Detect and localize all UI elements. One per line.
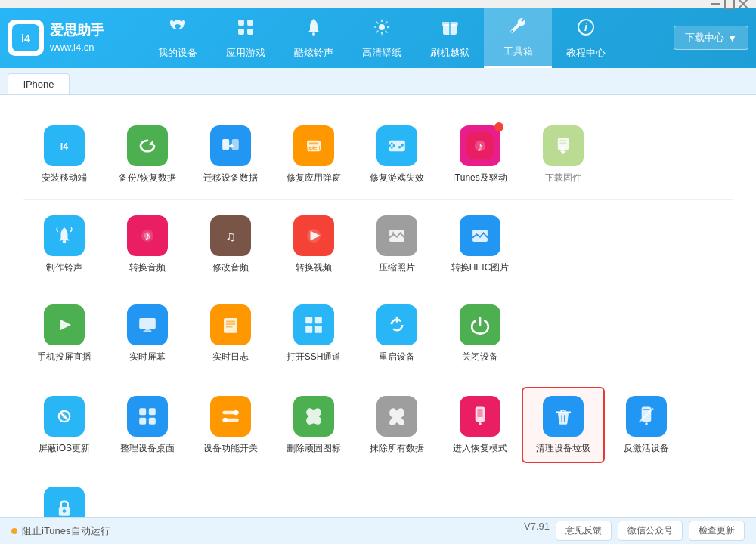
nav-item-ringtone-label: 酷炫铃声 — [294, 46, 333, 60]
main-content: i4 安装移动端 备份/恢复数据 迁移设备数据 Apple ID 修复应用弹窗 — [0, 95, 756, 517]
logo-text: 爱思助手 www.i4.cn — [50, 21, 104, 54]
compress-photo-icon — [376, 215, 417, 256]
svg-text:♫: ♫ — [225, 229, 236, 244]
svg-point-10 — [312, 32, 315, 36]
svg-rect-87 — [149, 418, 156, 425]
tool-clean-junk-label: 清理设备垃圾 — [536, 443, 590, 455]
box-icon — [439, 17, 460, 43]
tool-ssh-tunnel-label: 打开SSH通道 — [287, 351, 342, 363]
svg-text:Apple ID: Apple ID — [303, 144, 324, 151]
tool-install-mobile[interactable]: i4 安装移动端 — [23, 118, 106, 192]
svg-text:♪: ♪ — [477, 139, 484, 154]
tool-organize-desktop[interactable]: 整理设备桌面 — [106, 387, 189, 464]
svg-rect-34 — [393, 144, 395, 147]
tool-deactivate-device[interactable]: 反激活设备 — [605, 387, 688, 464]
download-arrow-icon: ▼ — [727, 32, 737, 44]
tool-clean-junk[interactable]: 清理设备垃圾 — [522, 387, 605, 464]
tool-block-ios-update[interactable]: 屏蔽iOS更新 — [23, 387, 106, 464]
svg-rect-43 — [560, 143, 567, 144]
svg-point-82 — [62, 414, 66, 418]
backup-restore-icon — [127, 125, 168, 166]
svg-rect-32 — [391, 147, 393, 149]
tool-convert-audio[interactable]: ♪ 转换音频 — [106, 208, 189, 282]
svg-text:♪: ♪ — [144, 229, 150, 243]
tool-delete-stubborn-icon[interactable]: 删除顽固图标 — [272, 387, 355, 464]
svg-point-106 — [645, 422, 648, 425]
tool-convert-heic-label: 转换HEIC图片 — [451, 262, 510, 274]
tool-shutdown-device[interactable]: 关闭设备 — [438, 297, 522, 371]
svg-rect-63 — [139, 318, 156, 329]
delete-stubborn-icon-icon — [293, 396, 334, 437]
svg-rect-9 — [247, 29, 253, 35]
enter-recovery-icon — [460, 396, 500, 437]
tool-fix-game-label: 修复游戏失效 — [370, 172, 424, 184]
tool-convert-heic[interactable]: 转换HEIC图片 — [438, 208, 522, 282]
tool-backup-restore[interactable]: 备份/恢复数据 — [106, 118, 189, 192]
tool-edit-audio[interactable]: ♫ 修改音频 — [189, 208, 272, 282]
tab-iphone[interactable]: iPhone — [8, 73, 70, 94]
svg-rect-73 — [315, 317, 322, 323]
tool-live-screen[interactable]: 实时屏幕 — [106, 297, 189, 371]
svg-rect-86 — [139, 418, 146, 425]
tool-access-restriction[interactable]: 访问限制 — [23, 479, 106, 517]
nav-item-my-device[interactable]: 我的设备 — [144, 8, 212, 68]
tool-fix-game[interactable]: 修复游戏失效 — [355, 118, 438, 192]
tool-block-ios-update-label: 屏蔽iOS更新 — [39, 443, 90, 455]
tool-device-switches[interactable]: 设备功能开关 — [189, 387, 272, 464]
tool-enter-recovery-label: 进入恢复模式 — [453, 443, 507, 455]
tool-make-ringtone[interactable]: 制作铃声 — [23, 208, 106, 282]
tool-fix-popup-label: 修复应用弹窗 — [287, 172, 341, 184]
tool-reboot-device[interactable]: 重启设备 — [355, 297, 438, 371]
feedback-button[interactable]: 意见反馈 — [556, 521, 612, 541]
tool-device-switches-label: 设备功能开关 — [203, 443, 258, 455]
tool-compress-photo[interactable]: 压缩照片 — [355, 208, 438, 282]
svg-rect-84 — [139, 408, 146, 415]
svg-rect-0 — [711, 3, 720, 5]
tool-convert-video[interactable]: 转换视频 — [272, 208, 355, 282]
svg-point-57 — [392, 231, 395, 234]
tool-compress-photo-label: 压缩照片 — [379, 262, 415, 274]
convert-heic-icon — [460, 215, 500, 256]
nav-item-jailbreak[interactable]: 刷机越狱 — [416, 8, 484, 68]
convert-audio-icon: ♪ — [127, 215, 168, 256]
nav-item-apps[interactable]: 应用游戏 — [212, 8, 280, 68]
tool-screen-cast-label: 手机投屏直播 — [37, 351, 91, 363]
nav-item-jailbreak-label: 刷机越狱 — [430, 46, 469, 60]
tool-convert-video-label: 转换视频 — [296, 262, 332, 274]
wechat-button[interactable]: 微信公众号 — [618, 521, 683, 541]
svg-rect-22 — [222, 139, 229, 150]
svg-rect-70 — [226, 326, 233, 328]
maximize-icon[interactable] — [724, 0, 735, 9]
tool-screen-cast[interactable]: 手机投屏直播 — [23, 297, 106, 371]
tab-bar: iPhone — [0, 68, 756, 95]
tool-enter-recovery[interactable]: 进入恢复模式 — [438, 387, 522, 464]
tools-row-2: 制作铃声 ♪ 转换音频 ♫ 修改音频 转换视频 压缩照片 — [23, 200, 733, 290]
minimize-icon[interactable] — [711, 0, 721, 9]
nav-item-ringtone[interactable]: 酷炫铃声 — [280, 8, 348, 68]
nav-item-wallpaper[interactable]: 高清壁纸 — [348, 8, 416, 68]
info-icon: i — [575, 17, 596, 43]
tool-migrate-data[interactable]: 迁移设备数据 — [189, 118, 272, 192]
tool-ssh-tunnel[interactable]: 打开SSH通道 — [272, 297, 355, 371]
close-icon[interactable] — [738, 0, 748, 9]
wipe-all-data-icon — [376, 396, 417, 437]
tool-itunes-driver[interactable]: ♪ iTunes及驱动 — [438, 118, 522, 192]
header: i4 爱思助手 www.i4.cn 我的设备 — [0, 8, 756, 68]
tool-live-log[interactable]: 实时日志 — [189, 297, 272, 371]
svg-point-92 — [223, 418, 228, 422]
check-update-button[interactable]: 检查更新 — [689, 521, 745, 541]
svg-rect-8 — [238, 29, 244, 35]
tool-download-firmware[interactable]: 下载固件 — [522, 118, 605, 192]
tool-reboot-device-label: 重启设备 — [379, 351, 415, 363]
svg-point-36 — [398, 146, 401, 149]
nav-item-tutorial[interactable]: i 教程中心 — [552, 8, 620, 68]
download-center-button[interactable]: 下载中心 ▼ — [674, 26, 748, 50]
svg-rect-88 — [217, 403, 244, 430]
nav-item-toolbox[interactable]: 工具箱 — [484, 8, 552, 68]
tool-wipe-all-data[interactable]: 抹除所有数据 — [355, 387, 438, 464]
nav-item-wallpaper-label: 高清壁纸 — [362, 46, 401, 60]
tool-convert-audio-label: 转换音频 — [129, 262, 166, 274]
edit-audio-icon: ♫ — [210, 215, 251, 256]
fix-popup-icon: Apple ID — [293, 125, 334, 166]
tool-fix-popup[interactable]: Apple ID 修复应用弹窗 — [272, 118, 355, 192]
